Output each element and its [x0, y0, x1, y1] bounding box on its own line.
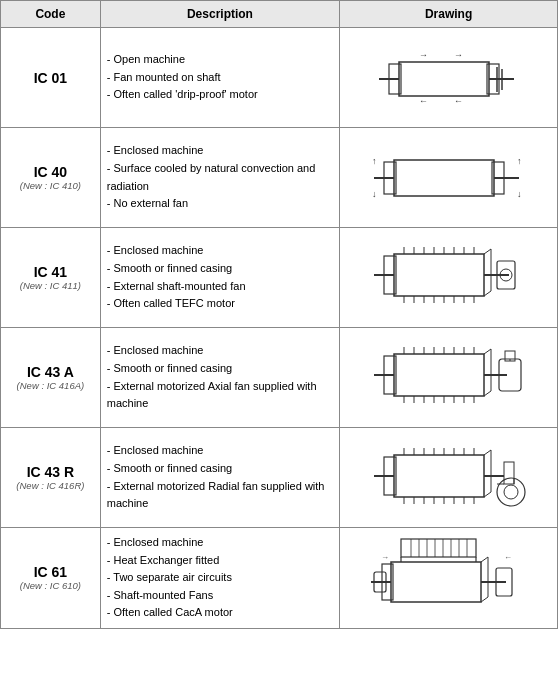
- code-main-4: IC 43 R: [7, 464, 94, 480]
- desc-item: No external fan: [107, 195, 333, 213]
- code-cell-5: IC 61(New : IC 610): [1, 528, 101, 629]
- svg-point-90: [497, 478, 525, 506]
- desc-item: Smooth or finned casing: [107, 260, 333, 278]
- svg-rect-20: [394, 254, 484, 296]
- table-row: IC 01Open machineFan mounted on shaftOft…: [1, 28, 558, 128]
- desc-item: Smooth or finned casing: [107, 360, 333, 378]
- svg-line-97: [484, 492, 491, 497]
- drawing-cell-2: [340, 228, 558, 328]
- desc-item: Enclosed machine: [107, 534, 333, 552]
- desc-item: Often called TEFC motor: [107, 295, 333, 313]
- svg-text:↓: ↓: [517, 189, 522, 199]
- code-sub-5: (New : IC 610): [7, 580, 94, 591]
- header-code: Code: [1, 1, 101, 28]
- svg-line-119: [481, 597, 488, 602]
- desc-cell-3: Enclosed machineSmooth or finned casingE…: [100, 328, 339, 428]
- svg-line-43: [484, 291, 491, 296]
- code-main-1: IC 40: [7, 164, 94, 180]
- header-drawing: Drawing: [340, 1, 558, 28]
- svg-rect-45: [394, 354, 484, 396]
- code-cell-2: IC 41(New : IC 411): [1, 228, 101, 328]
- svg-rect-71: [394, 455, 484, 497]
- desc-item: Heat Exchanger fitted: [107, 552, 333, 570]
- code-cell-0: IC 01: [1, 28, 101, 128]
- svg-line-69: [484, 391, 491, 396]
- code-cell-4: IC 43 R(New : IC 416R): [1, 428, 101, 528]
- table-row: IC 61(New : IC 610)Enclosed machineHeat …: [1, 528, 558, 629]
- svg-rect-92: [504, 462, 514, 484]
- svg-line-118: [481, 557, 488, 562]
- drawing-cell-0: → → ← ←: [340, 28, 558, 128]
- desc-item: Often called CacA motor: [107, 604, 333, 622]
- desc-item: Enclosed machine: [107, 342, 333, 360]
- desc-item: Surface cooled by natural convection and…: [107, 160, 333, 195]
- code-sub-2: (New : IC 411): [7, 280, 94, 291]
- svg-text:←: ←: [504, 553, 512, 562]
- svg-rect-11: [394, 160, 494, 196]
- desc-item: External motorized Axial fan supplied wi…: [107, 378, 333, 413]
- desc-item: Fan mounted on shaft: [107, 69, 333, 87]
- desc-cell-4: Enclosed machineSmooth or finned casingE…: [100, 428, 339, 528]
- code-main-5: IC 61: [7, 564, 94, 580]
- svg-line-96: [484, 450, 491, 455]
- svg-text:↑: ↑: [372, 156, 377, 166]
- drawing-cell-4: [340, 428, 558, 528]
- svg-text:→: →: [419, 50, 428, 60]
- desc-item: Enclosed machine: [107, 142, 333, 160]
- desc-item: External motorized Radial fan supplied w…: [107, 478, 333, 513]
- table-row: IC 40(New : IC 410)Enclosed machineSurfa…: [1, 128, 558, 228]
- ic-codes-table: Code Description Drawing IC 01Open machi…: [0, 0, 558, 629]
- svg-text:→: →: [381, 553, 389, 562]
- desc-item: Often called 'drip-proof' motor: [107, 86, 333, 104]
- desc-item: Open machine: [107, 51, 333, 69]
- svg-text:→: →: [454, 50, 463, 60]
- svg-text:↓: ↓: [372, 189, 377, 199]
- code-main-2: IC 41: [7, 264, 94, 280]
- svg-text:←: ←: [419, 96, 428, 106]
- svg-rect-0: [399, 62, 489, 96]
- desc-item: Shaft-mounted Fans: [107, 587, 333, 605]
- code-sub-4: (New : IC 416R): [7, 480, 94, 491]
- svg-rect-108: [391, 562, 481, 602]
- drawing-cell-3: [340, 328, 558, 428]
- code-cell-3: IC 43 A(New : IC 416A): [1, 328, 101, 428]
- svg-line-68: [484, 349, 491, 354]
- desc-cell-2: Enclosed machineSmooth or finned casingE…: [100, 228, 339, 328]
- code-main-0: IC 01: [7, 70, 94, 86]
- desc-cell-0: Open machineFan mounted on shaftOften ca…: [100, 28, 339, 128]
- svg-line-42: [484, 249, 491, 254]
- desc-item: Enclosed machine: [107, 242, 333, 260]
- code-main-3: IC 43 A: [7, 364, 94, 380]
- table-row: IC 43 R(New : IC 416R)Enclosed machineSm…: [1, 428, 558, 528]
- drawing-cell-1: ↑ ↑ ↓ ↓: [340, 128, 558, 228]
- desc-cell-1: Enclosed machineSurface cooled by natura…: [100, 128, 339, 228]
- svg-point-91: [504, 485, 518, 499]
- code-sub-3: (New : IC 416A): [7, 380, 94, 391]
- svg-rect-99: [401, 539, 476, 557]
- desc-item: Enclosed machine: [107, 442, 333, 460]
- svg-text:←: ←: [454, 96, 463, 106]
- table-row: IC 41(New : IC 411)Enclosed machineSmoot…: [1, 228, 558, 328]
- code-cell-1: IC 40(New : IC 410): [1, 128, 101, 228]
- header-description: Description: [100, 1, 339, 28]
- desc-item: Smooth or finned casing: [107, 460, 333, 478]
- table-row: IC 43 A(New : IC 416A)Enclosed machineSm…: [1, 328, 558, 428]
- svg-text:↑: ↑: [517, 156, 522, 166]
- desc-cell-5: Enclosed machineHeat Exchanger fittedTwo…: [100, 528, 339, 629]
- desc-item: External shaft-mounted fan: [107, 278, 333, 296]
- desc-item: Two separate air circuits: [107, 569, 333, 587]
- drawing-cell-5: → ←: [340, 528, 558, 629]
- code-sub-1: (New : IC 410): [7, 180, 94, 191]
